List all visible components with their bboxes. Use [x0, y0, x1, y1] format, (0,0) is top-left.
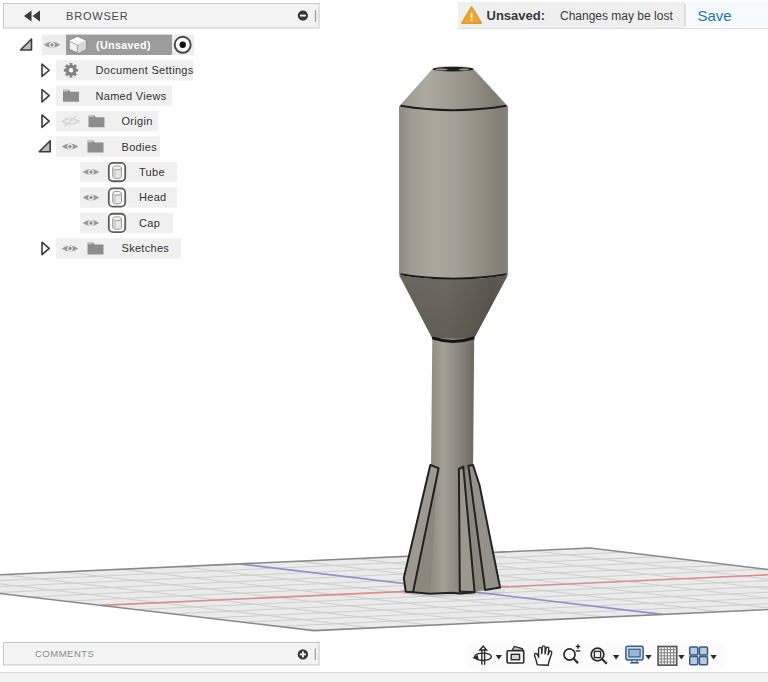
svg-text:Bodies: Bodies [122, 141, 158, 153]
svg-text:!: ! [470, 12, 473, 23]
svg-text:Tube: Tube [139, 166, 165, 178]
svg-text:Origin: Origin [122, 115, 153, 127]
svg-text:Sketches: Sketches [122, 242, 170, 254]
svg-text:Save: Save [698, 7, 732, 24]
svg-text:BROWSER: BROWSER [66, 10, 128, 22]
svg-text:Cap: Cap [139, 217, 160, 229]
svg-text:Document Settings: Document Settings [96, 64, 194, 76]
svg-text:Head: Head [139, 191, 167, 203]
svg-text:Unsaved:: Unsaved: [487, 8, 546, 23]
svg-text:(Unsaved): (Unsaved) [96, 39, 151, 51]
svg-text:Changes may be lost: Changes may be lost [560, 9, 673, 23]
svg-text:COMMENTS: COMMENTS [35, 648, 94, 659]
svg-text:Named Views: Named Views [96, 90, 167, 102]
